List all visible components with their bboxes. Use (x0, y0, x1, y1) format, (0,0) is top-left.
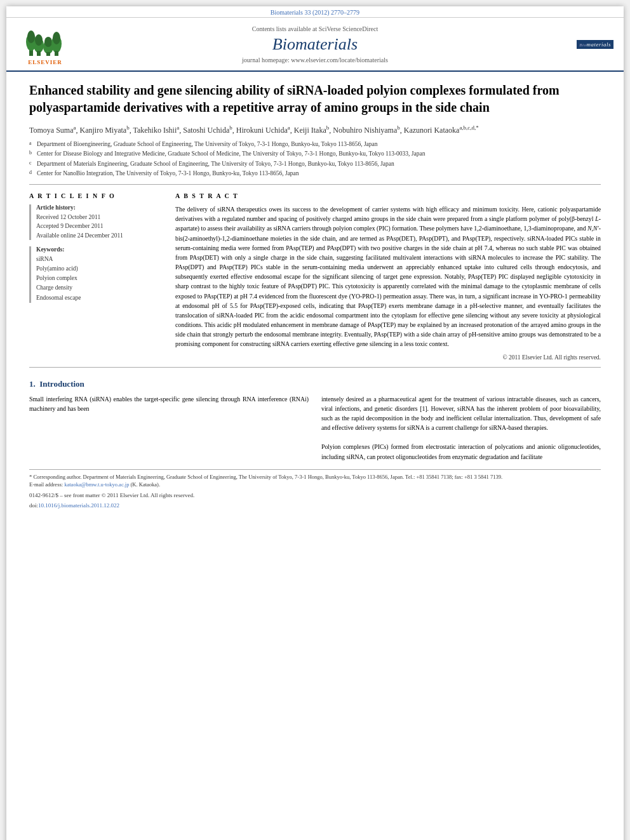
intro-section: 1. Introduction Small interfering RNA (s… (29, 379, 601, 462)
intro-left-para: Small interfering RNA (siRNA) enables th… (29, 394, 309, 413)
journal-header: ELSEVIER Contents lists available at Sci… (6, 18, 624, 72)
doi-text: doi: (29, 502, 38, 509)
doi-link[interactable]: 10.1016/j.biomaterials.2011.12.022 (38, 502, 119, 509)
history-block: Article history: Received 12 October 201… (29, 204, 163, 240)
intro-heading: Introduction (39, 379, 84, 389)
email-footnote: E-mail address: kataoka@bmw.t.u-tokyo.ac… (29, 481, 601, 489)
sciverse-text: Contents lists available at SciVerse Sci… (74, 25, 556, 32)
issn-line: 0142-9612/$ – see front matter © 2011 El… (29, 491, 601, 500)
article-info-abstract: A R T I C L E I N F O Article history: R… (29, 192, 601, 361)
elsevier-logo-area: ELSEVIER (17, 23, 74, 65)
svg-point-4 (35, 34, 43, 46)
elsevier-logo: ELSEVIER (17, 23, 74, 65)
affil-d: d Center for NanoBio Integration, The Un… (29, 169, 601, 178)
abstract-col: A B S T R A C T The delivery of siRNA th… (175, 192, 601, 361)
affil-sup-d: d (29, 169, 36, 177)
authors-line: Tomoya Sumaa, Kanjiro Miyatab, Takehiko … (29, 124, 601, 136)
intro-two-col: Small interfering RNA (siRNA) enables th… (29, 394, 601, 462)
intro-col-right: intensely desired as a pharmaceutical ag… (321, 394, 601, 462)
journal-homepage: journal homepage: www.elsevier.com/locat… (74, 57, 556, 63)
article-info-col: A R T I C L E I N F O Article history: R… (29, 192, 163, 361)
article-info-header: A R T I C L E I N F O (29, 192, 163, 199)
abstract-text: The delivery of siRNA therapeutics owes … (175, 204, 601, 349)
keyword-charge: Charge density (36, 283, 163, 293)
keyword-polyion: Polyion complex (36, 274, 163, 283)
svg-point-10 (53, 32, 60, 44)
intro-right-para2: Polyion complexes (PICs) formed from ele… (321, 442, 601, 461)
affil-text-c: Department of Materials Engineering, Gra… (37, 159, 394, 168)
copyright-text: © 2011 Elsevier Ltd. All rights reserved… (175, 354, 601, 361)
keyword-sirna: siRNA (36, 255, 163, 264)
affil-text-b: Center for Disease Biology and Integrati… (37, 149, 425, 158)
journal-badge: Biomaterials (577, 40, 613, 49)
journal-title: Biomaterials (74, 35, 556, 54)
intro-title: 1. Introduction (29, 379, 601, 389)
issn-text: 0142-9612/$ – see front matter © 2011 El… (29, 492, 194, 498)
affil-sup-a: a (29, 140, 36, 147)
elsevier-label: ELSEVIER (28, 59, 62, 65)
received-text: Received 12 October 2011 (36, 213, 163, 222)
intro-col-left: Small interfering RNA (siRNA) enables th… (29, 394, 309, 462)
section-divider (29, 367, 601, 368)
affil-b: b Center for Disease Biology and Integra… (29, 149, 601, 158)
elsevier-tree-icon (26, 23, 64, 58)
intro-number: 1. (29, 379, 36, 389)
email-link[interactable]: kataoka@bmw.t.u-tokyo.ac.jp (64, 481, 129, 488)
header-divider (29, 184, 601, 185)
affiliations-block: a Department of Bioengineering, Graduate… (29, 140, 601, 178)
journal-ref-text: Biomaterials 33 (2012) 2770–2779 (271, 9, 359, 16)
accepted-text: Accepted 9 December 2011 (36, 222, 163, 230)
affil-text-d: Center for NanoBio Integration, The Univ… (37, 169, 299, 178)
svg-point-7 (44, 37, 52, 47)
keywords-label: Keywords: (36, 246, 163, 253)
journal-ref-banner: Biomaterials 33 (2012) 2770–2779 (6, 6, 624, 18)
keywords-block: Keywords: siRNA Poly(amino acid) Polyion… (29, 246, 163, 303)
affil-c: c Department of Materials Engineering, G… (29, 159, 601, 168)
article-title: Enhanced stability and gene silencing ab… (29, 82, 601, 116)
keyword-endosomal: Endosomal escape (36, 293, 163, 303)
email-label: E-mail address: (29, 481, 64, 488)
page: Biomaterials 33 (2012) 2770–2779 (6, 6, 624, 840)
journal-badge-area: Biomaterials (556, 40, 613, 49)
affil-sup-c: c (29, 159, 36, 167)
svg-rect-8 (46, 52, 50, 56)
svg-point-2 (27, 30, 35, 43)
available-text: Available online 24 December 2011 (36, 231, 163, 240)
affil-sup-b: b (29, 149, 36, 157)
footnote-area: * Corresponding author. Department of Ma… (29, 469, 601, 510)
email-suffix: (K. Kataoka). (131, 481, 161, 488)
history-label: Article history: (36, 204, 163, 211)
doi-line: doi:10.1016/j.biomaterials.2011.12.022 (29, 502, 601, 510)
abstract-header: A B S T R A C T (175, 192, 601, 199)
svg-rect-5 (37, 51, 41, 56)
affil-a: a Department of Bioengineering, Graduate… (29, 140, 601, 149)
svg-rect-11 (55, 51, 58, 56)
corresponding-footnote: * Corresponding author. Department of Ma… (29, 474, 601, 481)
content-area: Enhanced stability and gene silencing ab… (6, 72, 624, 523)
journal-title-area: Contents lists available at SciVerse Sci… (74, 25, 556, 63)
affil-text-a: Department of Bioengineering, Graduate S… (37, 140, 378, 149)
intro-right-para1: intensely desired as a pharmaceutical ag… (321, 394, 601, 433)
keyword-polyaa: Poly(amino acid) (36, 264, 163, 274)
